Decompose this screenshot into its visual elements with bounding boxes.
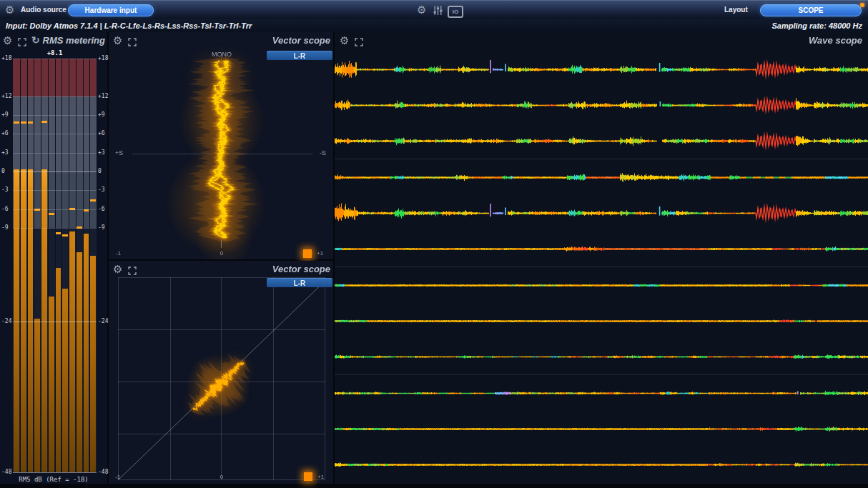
top-toolbar: ⚙ Audio source Hardware input ⚙ IO Layou… bbox=[0, 0, 868, 19]
meter-peak-Lss bbox=[55, 232, 61, 234]
audio-source-gear-icon[interactable]: ⚙ bbox=[5, 4, 14, 15]
sampling-rate-text: Sampling rate: 48000 Hz bbox=[771, 20, 862, 31]
scope-button[interactable]: SCOPE bbox=[760, 4, 862, 16]
meter-peak-C bbox=[27, 121, 33, 124]
meter-bar-Tsr bbox=[77, 252, 82, 472]
sliders-icon[interactable] bbox=[433, 5, 443, 19]
meter-peak-R bbox=[21, 121, 26, 124]
vs1-plus-s-label: +S bbox=[115, 149, 123, 156]
rms-metering-panel: ⚙ ↻ RMS metering +8.1 +18+12+9+6+30-3-6-… bbox=[0, 32, 107, 484]
db-scale-label: -3 bbox=[1, 187, 9, 193]
vs1-center-tick bbox=[221, 241, 222, 248]
meter-gridline bbox=[13, 472, 97, 473]
meter-bar-C bbox=[27, 169, 33, 472]
vs2-gear-icon[interactable]: ⚙ bbox=[113, 264, 122, 274]
wave-gear-icon[interactable]: ⚙ bbox=[340, 35, 349, 46]
rms-meter bbox=[13, 59, 97, 472]
meter-gridline bbox=[13, 153, 97, 154]
meter-peak-L bbox=[14, 121, 19, 124]
db-scale-label: -9 bbox=[98, 225, 105, 231]
vs1-zero-label: 0 bbox=[214, 250, 229, 257]
rms-reset-icon[interactable]: ↻ bbox=[31, 35, 40, 45]
vs2-panel-title: Vector scope bbox=[272, 264, 330, 274]
db-scale-label: +3 bbox=[98, 150, 105, 156]
meter-channel-separator bbox=[89, 59, 90, 472]
hardware-input-button[interactable]: Hardware input bbox=[68, 4, 154, 16]
meter-gridline bbox=[13, 134, 97, 134]
meter-bar-Rs bbox=[49, 297, 54, 472]
meter-gridline bbox=[13, 322, 97, 322]
audio-source-label: Audio source bbox=[21, 4, 66, 16]
rms-peak-readout: +8.1 bbox=[13, 49, 97, 56]
meter-bar-Trl bbox=[83, 234, 89, 472]
settings-gear-icon[interactable]: ⚙ bbox=[417, 4, 426, 15]
vs1-plus1-label: +1 bbox=[317, 250, 323, 257]
db-scale-label: +6 bbox=[1, 131, 9, 136]
meter-gridline bbox=[13, 228, 97, 229]
db-scale-label: -24 bbox=[1, 319, 11, 324]
meter-peak-Ls bbox=[41, 121, 47, 123]
vs2-correlation-marker bbox=[304, 472, 312, 481]
meter-bar-Lss bbox=[55, 268, 61, 472]
vs1-minus-s-label: -S bbox=[320, 149, 326, 156]
db-scale-label: +18 bbox=[1, 56, 11, 61]
meter-bar-Tsl bbox=[69, 231, 75, 472]
input-format-text: Input: Dolby Atmos 7.1.4 | L-R-C-Lfe-Ls-… bbox=[6, 20, 252, 31]
meter-gridline bbox=[13, 171, 97, 172]
vs1-expand-icon[interactable] bbox=[128, 36, 137, 49]
meter-peak-Rss bbox=[62, 234, 68, 236]
meter-channel-separator bbox=[69, 59, 69, 472]
wave-scope-panel: ⚙ Wave scope bbox=[335, 32, 868, 484]
meter-peak-Trl bbox=[83, 209, 89, 211]
meter-channel-separator bbox=[83, 59, 84, 472]
rms-gear-icon[interactable]: ⚙ bbox=[3, 35, 12, 46]
layout-button[interactable]: Layout bbox=[724, 4, 748, 16]
rms-expand-icon[interactable] bbox=[18, 36, 26, 49]
db-scale-label: -6 bbox=[98, 206, 105, 212]
db-scale-label: +9 bbox=[98, 112, 105, 118]
db-scale-label: +9 bbox=[1, 112, 9, 118]
db-scale-label: +12 bbox=[1, 94, 11, 99]
vs1-correlation-marker bbox=[303, 249, 312, 258]
meter-bar-Ls bbox=[41, 169, 47, 472]
db-scale-label: +6 bbox=[98, 131, 105, 136]
meter-gridline bbox=[13, 115, 97, 116]
db-scale-label: +18 bbox=[98, 56, 108, 61]
io-icon[interactable]: IO bbox=[448, 6, 463, 18]
meter-channel-separator bbox=[76, 59, 77, 472]
meter-channel-separator bbox=[20, 59, 21, 472]
meter-bar-Trr bbox=[90, 256, 96, 472]
db-scale-label: -48 bbox=[98, 469, 108, 475]
db-scale-label: -9 bbox=[1, 225, 9, 231]
db-scale-label: +3 bbox=[1, 150, 9, 156]
db-scale-label: 0 bbox=[98, 169, 102, 174]
meter-channel-separator bbox=[48, 59, 49, 472]
wave-scope-display bbox=[335, 32, 868, 484]
vs2-mode-button[interactable]: L-R bbox=[267, 278, 332, 287]
vs1-gear-icon[interactable]: ⚙ bbox=[113, 35, 122, 46]
vs1-minus1-label: -1 bbox=[116, 250, 121, 257]
meter-bar-Rss bbox=[62, 289, 68, 472]
db-scale-label: -6 bbox=[1, 206, 9, 212]
db-scale-label: +12 bbox=[98, 94, 108, 99]
db-scale-label: 0 bbox=[1, 169, 5, 174]
vector-scope-1-panel: ⚙ Vector scope L-R MONO +S -S -1 0 +1 bbox=[109, 32, 333, 259]
analyzer-window: ⚙ Audio source Hardware input ⚙ IO Layou… bbox=[0, 0, 868, 488]
vs2-expand-icon[interactable] bbox=[128, 265, 137, 278]
vs2-zero-label: 0 bbox=[214, 474, 229, 480]
vs2-plus1-label: +1 bbox=[317, 474, 324, 480]
wave-expand-icon[interactable] bbox=[355, 36, 363, 49]
meter-channel-separator bbox=[41, 59, 41, 472]
vs1-mono-label: MONO bbox=[200, 51, 243, 58]
vs2-minus1-label: -1 bbox=[115, 474, 120, 480]
meter-gridline bbox=[13, 59, 97, 59]
rms-footer-label: RMS dB (Ref = -18) bbox=[0, 476, 107, 483]
meter-peak-Trr bbox=[90, 199, 96, 201]
db-scale-label: -48 bbox=[1, 469, 11, 475]
meter-gridline bbox=[13, 190, 97, 191]
meter-gridline bbox=[13, 96, 97, 97]
meter-bar-R bbox=[21, 169, 26, 472]
meter-bar-L bbox=[14, 169, 19, 472]
db-scale-label: -24 bbox=[98, 319, 108, 324]
vs1-mode-button[interactable]: L-R bbox=[267, 51, 332, 60]
